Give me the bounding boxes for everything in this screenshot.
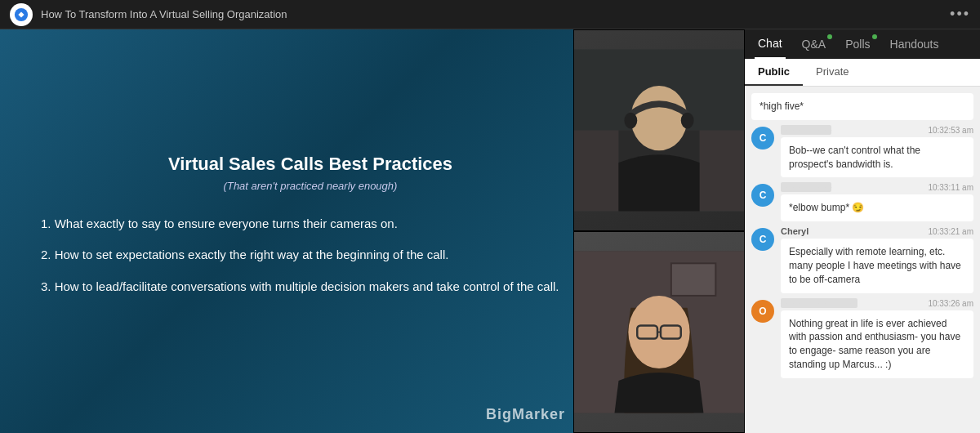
tab-chat[interactable]: Chat — [755, 29, 786, 59]
right-nav: Chat Q&A Polls Handouts — [745, 29, 980, 59]
chat-text: Especially with remote learning, etc. ma… — [789, 246, 961, 285]
chat-timestamp: 10:33:11 am — [928, 183, 973, 192]
chat-text: *elbow bump* 😏 — [789, 202, 864, 213]
qa-notification-dot — [827, 34, 832, 39]
svg-point-6 — [681, 113, 694, 129]
list-item: O ──────────── 10:33:26 am Nothing great… — [751, 298, 973, 378]
avatar: O — [751, 300, 774, 323]
chat-username: ──────── — [781, 125, 831, 135]
tab-handouts[interactable]: Handouts — [887, 29, 942, 59]
chat-timestamp: 10:32:53 am — [928, 126, 973, 135]
chat-timestamp: 10:33:21 am — [928, 227, 973, 236]
chat-visibility-tabs: Public Private — [745, 59, 980, 87]
chat-messages-list: *high five* C ──────── 10:32:53 am Bob--… — [745, 87, 980, 433]
avatar: C — [751, 127, 774, 150]
more-options-button[interactable]: ••• — [950, 6, 970, 23]
chat-username: ──────── — [781, 182, 831, 192]
polls-notification-dot — [872, 34, 877, 39]
slide-point-3: 3. How to lead/facilitate conversations … — [41, 278, 580, 297]
bigmarker-watermark: BigMarker — [486, 406, 565, 423]
avatar: C — [751, 184, 774, 207]
chat-text: Nothing great in life is ever achieved w… — [789, 318, 960, 370]
tab-private[interactable]: Private — [803, 59, 862, 86]
camera-feed-bottom — [573, 231, 745, 433]
slide-display: Virtual Sales Calls Best Practices (That… — [0, 29, 745, 433]
list-item: C Cheryl 10:33:21 am Especially with rem… — [751, 226, 973, 292]
list-item: C ──────── 10:32:53 am Bob--we can't con… — [751, 125, 973, 178]
main-content: Virtual Sales Calls Best Practices (That… — [0, 29, 980, 433]
list-item: *high five* — [751, 93, 973, 120]
chat-username: Cheryl — [781, 226, 808, 236]
webinar-title: How To Transform Into A Virtual Selling … — [41, 8, 950, 20]
right-panel: Chat Q&A Polls Handouts Public Private — [745, 29, 980, 433]
svg-point-5 — [624, 113, 637, 129]
chat-username: ──────────── — [781, 298, 858, 308]
topbar: How To Transform Into A Virtual Selling … — [0, 0, 980, 29]
camera-feed-top — [573, 29, 745, 231]
presentation-area: Virtual Sales Calls Best Practices (That… — [0, 29, 745, 433]
slide-point-2: 2. How to set expectations exactly the r… — [41, 246, 580, 265]
logo — [10, 3, 33, 26]
slide-subtitle: (That aren't practiced nearly enough) — [41, 180, 580, 192]
tab-public[interactable]: Public — [745, 59, 803, 86]
svg-rect-9 — [671, 263, 715, 296]
tab-polls[interactable]: Polls — [842, 29, 873, 59]
list-item: C ──────── 10:33:11 am *elbow bump* 😏 — [751, 182, 973, 221]
slide-point-1: 1. What exactly to say to ensure everyon… — [41, 215, 580, 234]
tab-qa[interactable]: Q&A — [799, 29, 830, 59]
camera-feeds — [573, 29, 745, 433]
chat-timestamp: 10:33:26 am — [928, 299, 973, 308]
svg-point-4 — [630, 86, 687, 150]
avatar: C — [751, 228, 774, 251]
chat-text: Bob--we can't control what the prospect'… — [789, 145, 920, 170]
slide-title: Virtual Sales Calls Best Practices — [41, 154, 580, 175]
